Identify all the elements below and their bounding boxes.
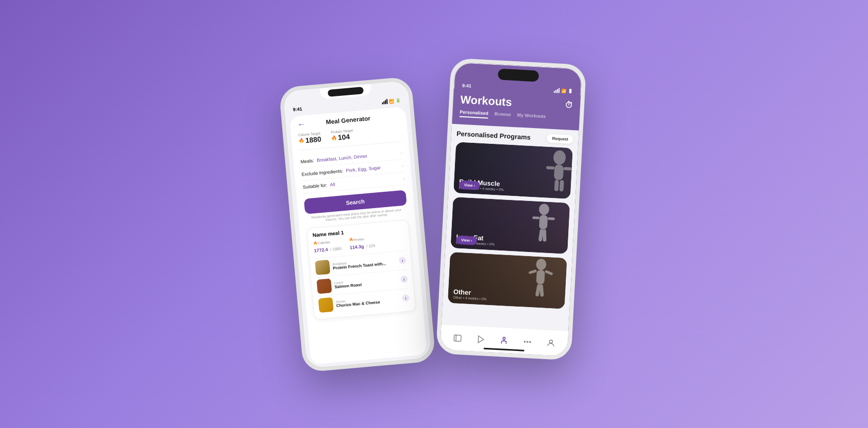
tab-browse[interactable]: Browse [494,111,511,120]
phone2-time: 9:41 [462,83,471,88]
svg-point-25 [529,341,531,342]
dinner-info-btn[interactable]: i [402,294,409,301]
build-muscle-card[interactable]: Build Muscle Build Muscle • 4 weeks • 0%… [453,142,573,199]
nav-meals-icon[interactable] [452,333,462,342]
nav-workouts-icon[interactable] [499,335,509,345]
section-header: Personalised Programs Request [456,129,573,144]
lunch-info-btn[interactable]: i [400,275,407,283]
meal-card: Name meal 1 🔥 Calories 1772.4 / 1880 [306,219,416,320]
fire-icon: 🔥 [298,138,304,143]
dynamic-island [497,68,539,82]
request-button[interactable]: Request [546,134,573,144]
svg-rect-2 [546,166,554,169]
svg-point-12 [536,258,546,270]
svg-point-24 [527,341,528,342]
view-chevron-icon: › [473,183,475,188]
lose-fat-view-btn[interactable]: View › [455,235,477,245]
build-muscle-view-btn[interactable]: View › [459,180,480,190]
svg-rect-8 [532,216,539,219]
breakfast-info-btn[interactable]: i [398,256,406,264]
svg-rect-9 [547,217,554,220]
svg-point-0 [553,150,566,165]
phone2-battery-icon: 🔋 [567,88,572,93]
phone2: 9:41 📶 🔋 Workouts ⏱ Personalised [436,58,586,360]
phone2-status-icons: 📶 🔋 [553,88,572,94]
notch-pill [327,86,364,96]
suitable-chevron-icon: › [402,175,404,181]
svg-rect-15 [544,270,553,275]
calorie-target: Calorie Target 🔥 1880 [298,131,321,145]
meals-label: Meals: Breakfast, Lunch, Dinner [300,153,367,164]
workout-tabs: Personalised Browse My Workouts [459,109,572,126]
workouts-title-row: Workouts ⏱ [460,93,573,112]
view2-chevron-icon: › [470,238,472,242]
dinner-image [318,297,333,312]
svg-rect-13 [536,269,544,284]
page-title: Meal Generator [325,114,370,125]
cal-fire-icon: 🔥 [313,240,318,245]
calories-value: 1772.4 [314,247,328,253]
section-title: Personalised Programs [456,130,531,141]
macro-targets: Calorie Target 🔥 1880 Protein Target 🔥 1… [298,124,401,150]
phone2-signal-icon [553,88,560,93]
nav-profile-icon[interactable] [546,338,556,347]
tab-personalised[interactable]: Personalised [459,109,488,118]
protein-stat-total: / 104 [366,243,375,249]
phone1-content: ← Meal Generator Calorie Target 🔥 1880 P… [289,106,427,364]
meals-chevron-icon: › [400,150,402,155]
phone1-notch [320,84,372,99]
suitable-label: Suitable for: All [302,182,335,190]
home-indicator [483,347,524,351]
svg-point-26 [549,339,552,342]
workouts-header: Workouts ⏱ Personalised Browse My Workou… [452,88,581,130]
protein-stat-value: 114.3g [349,243,364,249]
phone2-wifi-icon: 📶 [561,88,566,93]
breakfast-info: Breakfast Protein French Toast with... [332,257,396,270]
lose-fat-card[interactable]: Lose Fat Lose Fat • 4 weeks • 0% View › [450,197,570,254]
nav-plans-icon[interactable] [476,334,486,344]
signal-icon [381,98,388,104]
lunch-info: Lunch Salmon Roast [334,275,398,289]
exclude-chevron-icon: › [401,163,403,168]
svg-point-23 [524,341,525,342]
wifi-icon: 📶 [389,98,394,104]
phone2-content: Personalised Programs Request Bui [440,123,578,356]
protein-stat: 🔥 Protein 114.3g / 104 [349,236,375,251]
back-button[interactable]: ← [297,119,306,129]
battery-icon: 🔋 [395,98,401,103]
svg-rect-1 [553,164,564,180]
breakfast-image [315,259,330,274]
workouts-title: Workouts [460,93,512,109]
nav-more-icon[interactable] [522,337,532,346]
other-card[interactable]: Other Other • 4 weeks • 0% [447,251,567,309]
calories-total: / 1880 [330,246,342,251]
calories-stat: 🔥 Calories 1772.4 / 1880 [313,238,342,254]
svg-point-6 [539,203,549,215]
tab-my-workouts[interactable]: My Workouts [517,112,546,121]
phone1-status-icons: 📶 🔋 [381,97,401,104]
phone1-time: 9:41 [293,106,302,112]
lunch-image [316,278,331,293]
svg-rect-18 [454,335,461,341]
svg-line-19 [455,335,456,341]
svg-rect-14 [528,269,537,274]
dinner-info: Dinner Chorizo Mac & Cheese [335,294,399,308]
svg-rect-3 [563,167,571,170]
protein-target: Protein Target 🔥 104 [330,128,353,142]
prot-fire-icon: 🔥 [349,237,353,242]
svg-marker-20 [478,335,484,342]
phone1: 9:41 📶 🔋 ← Meal Generator [278,76,436,372]
svg-rect-7 [539,214,547,229]
protein-fire-icon: 🔥 [331,135,337,140]
svg-point-21 [503,337,505,339]
history-icon[interactable]: ⏱ [564,100,573,110]
